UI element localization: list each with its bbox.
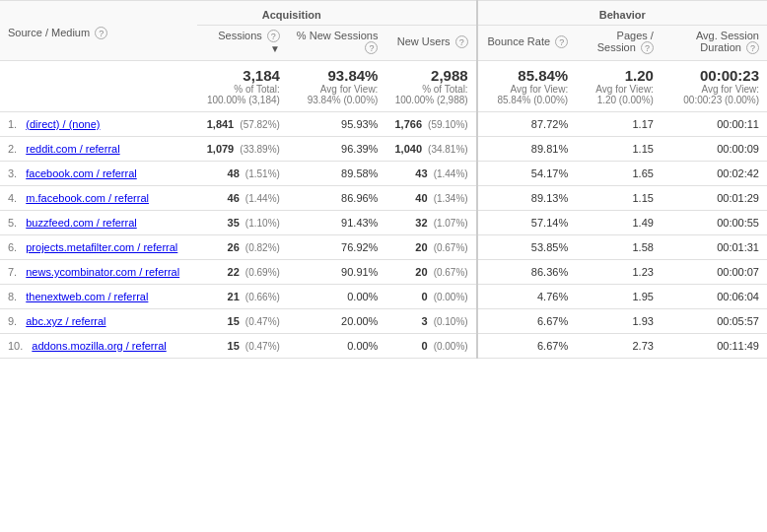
avg-session-duration-cell: 00:02:42 <box>662 162 767 186</box>
source-link[interactable]: thenextweb.com / referral <box>26 291 148 302</box>
pages-session-cell: 1.49 <box>576 211 662 235</box>
sessions-header[interactable]: Sessions ? ▼ <box>197 26 288 61</box>
source-link[interactable]: m.facebook.com / referral <box>26 192 149 204</box>
sessions-cell: 22 (0.69%) <box>197 260 288 285</box>
table-row: 2. reddit.com / referral 1,079 (33.89%) … <box>0 137 767 162</box>
pages-session-help-icon[interactable]: ? <box>641 41 654 54</box>
new-users-cell: 0 (0.00%) <box>385 285 476 309</box>
new-users-cell: 40 (1.34%) <box>385 186 476 211</box>
source-cell: 7. news.ycombinator.com / referral <box>0 260 197 285</box>
new-users-cell: 20 (0.67%) <box>385 260 476 285</box>
source-cell: 1. (direct) / (none) <box>0 112 197 137</box>
row-number: 3. <box>8 167 17 179</box>
pages-session-cell: 1.65 <box>576 162 662 186</box>
source-cell: 2. reddit.com / referral <box>0 137 197 162</box>
bounce-rate-cell: 6.67% <box>477 334 577 359</box>
sessions-cell: 46 (1.44%) <box>197 186 288 211</box>
pages-session-cell: 1.15 <box>576 186 662 211</box>
new-users-header[interactable]: New Users ? <box>385 26 476 61</box>
avg-session-duration-cell: 00:00:09 <box>662 137 767 162</box>
avg-session-duration-cell: 00:00:07 <box>662 260 767 285</box>
source-cell: 8. thenextweb.com / referral <box>0 285 197 309</box>
pct-new-sessions-cell: 96.39% <box>288 137 386 162</box>
sessions-help-icon[interactable]: ? <box>267 30 280 42</box>
bounce-rate-cell: 54.17% <box>477 162 577 186</box>
source-cell: 4. m.facebook.com / referral <box>0 186 197 211</box>
table-row: 8. thenextweb.com / referral 21 (0.66%) … <box>0 285 767 309</box>
row-number: 1. <box>8 118 17 130</box>
sessions-cell: 15 (0.47%) <box>197 309 288 334</box>
source-cell: 5. buzzfeed.com / referral <box>0 211 197 235</box>
table-row: 10. addons.mozilla.org / referral 15 (0.… <box>0 334 767 359</box>
sessions-cell: 1,079 (33.89%) <box>197 137 288 162</box>
summary-bounce-rate: 85.84% Avg for View: 85.84% (0.00%) <box>477 61 577 112</box>
source-link[interactable]: projects.metafilter.com / referral <box>26 241 177 253</box>
new-users-group-header <box>385 1 476 26</box>
pages-session-cell: 1.95 <box>576 285 662 309</box>
row-number: 7. <box>8 266 17 278</box>
pages-session-cell: 1.93 <box>576 309 662 334</box>
behavior-group-header: Behavior <box>477 1 767 26</box>
source-link[interactable]: reddit.com / referral <box>26 143 119 155</box>
summary-pages-session: 1.20 Avg for View: 1.20 (0.00%) <box>576 61 662 112</box>
pct-new-sessions-cell: 89.58% <box>288 162 386 186</box>
source-link[interactable]: abc.xyz / referral <box>26 315 105 327</box>
avg-session-duration-header[interactable]: Avg. Session Duration ? <box>662 26 767 61</box>
bounce-rate-cell: 86.36% <box>477 260 577 285</box>
pages-session-cell: 1.23 <box>576 260 662 285</box>
bounce-rate-header[interactable]: Bounce Rate ? <box>477 26 577 61</box>
pct-new-sessions-cell: 86.96% <box>288 186 386 211</box>
source-cell: 10. addons.mozilla.org / referral <box>0 334 197 359</box>
avg-session-duration-cell: 00:00:55 <box>662 211 767 235</box>
pct-new-sessions-cell: 91.43% <box>288 211 386 235</box>
pct-new-sessions-cell: 95.93% <box>288 112 386 137</box>
pages-session-cell: 1.15 <box>576 137 662 162</box>
source-link[interactable]: facebook.com / referral <box>26 167 137 179</box>
new-users-cell: 0 (0.00%) <box>385 334 476 359</box>
avg-session-duration-cell: 00:00:11 <box>662 112 767 137</box>
row-number: 5. <box>8 217 17 229</box>
new-users-help-icon[interactable]: ? <box>455 35 468 48</box>
row-number: 9. <box>8 315 17 327</box>
summary-sessions: 3,184 % of Total: 100.00% (3,184) <box>197 61 288 112</box>
row-number: 2. <box>8 143 17 155</box>
avg-session-duration-cell: 00:06:04 <box>662 285 767 309</box>
summary-pct-new-sessions: 93.84% Avg for View: 93.84% (0.00%) <box>288 61 386 112</box>
pct-new-sessions-help-icon[interactable]: ? <box>365 41 378 54</box>
pages-session-cell: 1.58 <box>576 235 662 260</box>
sessions-cell: 1,841 (57.82%) <box>197 112 288 137</box>
pages-session-header[interactable]: Pages / Session ? <box>576 26 662 61</box>
table-row: 1. (direct) / (none) 1,841 (57.82%) 95.9… <box>0 112 767 137</box>
table-row: 9. abc.xyz / referral 15 (0.47%) 20.00% … <box>0 309 767 334</box>
new-users-cell: 3 (0.10%) <box>385 309 476 334</box>
pct-new-sessions-cell: 0.00% <box>288 285 386 309</box>
pct-new-sessions-cell: 20.00% <box>288 309 386 334</box>
summary-row: 3,184 % of Total: 100.00% (3,184) 93.84%… <box>0 61 767 112</box>
row-number: 10. <box>8 340 23 352</box>
source-link[interactable]: buzzfeed.com / referral <box>26 217 137 229</box>
sessions-sort-icon[interactable]: ▼ <box>270 43 280 54</box>
source-link[interactable]: addons.mozilla.org / referral <box>32 340 166 352</box>
avg-session-duration-help-icon[interactable]: ? <box>746 41 759 54</box>
sessions-cell: 21 (0.66%) <box>197 285 288 309</box>
summary-avg-session-duration: 00:00:23 Avg for View: 00:00:23 (0.00%) <box>662 61 767 112</box>
source-cell: 3. facebook.com / referral <box>0 162 197 186</box>
source-cell: 9. abc.xyz / referral <box>0 309 197 334</box>
avg-session-duration-cell: 00:01:29 <box>662 186 767 211</box>
new-users-cell: 43 (1.44%) <box>385 162 476 186</box>
bounce-rate-cell: 89.13% <box>477 186 577 211</box>
pages-session-cell: 2.73 <box>576 334 662 359</box>
bounce-rate-cell: 87.72% <box>477 112 577 137</box>
pages-session-cell: 1.17 <box>576 112 662 137</box>
source-link[interactable]: news.ycombinator.com / referral <box>26 266 179 278</box>
table-row: 3. facebook.com / referral 48 (1.51%) 89… <box>0 162 767 186</box>
sessions-cell: 15 (0.47%) <box>197 334 288 359</box>
bounce-rate-cell: 4.76% <box>477 285 577 309</box>
summary-source-cell <box>0 61 197 112</box>
pct-new-sessions-header[interactable]: % New Sessions ? <box>288 26 386 61</box>
bounce-rate-help-icon[interactable]: ? <box>555 35 568 48</box>
source-link[interactable]: (direct) / (none) <box>26 118 100 130</box>
analytics-table: Source / Medium ? Acquisition Behavior S… <box>0 0 767 359</box>
new-users-cell: 32 (1.07%) <box>385 211 476 235</box>
source-medium-help-icon[interactable]: ? <box>95 27 107 39</box>
